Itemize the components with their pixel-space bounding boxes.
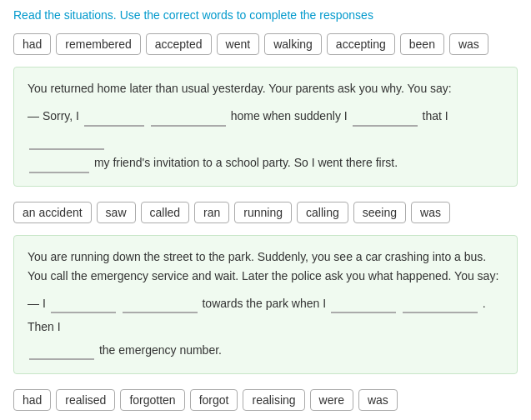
chip-realising[interactable]: realising — [243, 389, 304, 411]
blank-2-5[interactable] — [29, 342, 94, 360]
chip-accepted[interactable]: accepted — [146, 33, 212, 55]
blank-2-3[interactable] — [331, 295, 396, 313]
chip-walking[interactable]: walking — [264, 33, 322, 55]
blank-1-2[interactable] — [151, 108, 226, 127]
chip-running[interactable]: running — [234, 202, 292, 223]
chip-forgotten[interactable]: forgotten — [120, 389, 184, 411]
chip-forgot[interactable]: forgot — [190, 389, 238, 411]
resp1-part2: home when suddenly I — [231, 109, 348, 122]
blank-2-4[interactable] — [403, 295, 478, 313]
chip-remembered[interactable]: remembered — [56, 33, 140, 55]
chip-been[interactable]: been — [400, 33, 444, 55]
word-bank-2: an accident saw called ran running calli… — [13, 202, 518, 223]
resp2-part2: towards the park when I — [202, 297, 326, 310]
chip-saw[interactable]: saw — [97, 202, 136, 223]
scenario-2-response: — I towards the park when I . Then I the… — [28, 292, 503, 362]
chip-accepting[interactable]: accepting — [327, 33, 395, 55]
blank-2-1[interactable] — [51, 295, 116, 313]
resp1-part4: my friend's invitation to a school party… — [94, 156, 398, 169]
chip-was-3[interactable]: was — [358, 389, 398, 411]
scenario-2-context: You are running down the street to the p… — [28, 248, 503, 285]
scenario-1-context: You returned home later than usual yeste… — [28, 79, 503, 98]
chip-an-accident[interactable]: an accident — [13, 202, 92, 223]
scenario-1-response: — Sorry, I home when suddenly I that I m… — [28, 104, 503, 174]
chip-called[interactable]: called — [141, 202, 190, 223]
chip-ran[interactable]: ran — [194, 202, 229, 223]
chip-was-1[interactable]: was — [449, 33, 488, 55]
scenario-box-1: You returned home later than usual yeste… — [13, 67, 518, 187]
word-bank-3: had realised forgotten forgot realising … — [13, 389, 518, 411]
scenario-box-2: You are running down the street to the p… — [13, 235, 518, 374]
resp1-part3: that I — [423, 109, 448, 122]
chip-seeing[interactable]: seeing — [353, 202, 406, 223]
chip-had-3[interactable]: had — [13, 389, 51, 411]
chip-was-2[interactable]: was — [411, 202, 450, 223]
blank-2-2[interactable] — [123, 295, 198, 313]
chip-were[interactable]: were — [310, 389, 353, 411]
instruction-text: Read the situations. Use the correct wor… — [13, 8, 518, 22]
blank-1-5[interactable] — [29, 155, 89, 173]
chip-calling[interactable]: calling — [297, 202, 348, 223]
chip-realised[interactable]: realised — [56, 389, 115, 411]
resp2-part4: the emergency number. — [99, 343, 222, 357]
chip-went[interactable]: went — [217, 33, 260, 55]
blank-1-1[interactable] — [84, 108, 144, 127]
resp1-part1: — Sorry, I — [28, 109, 79, 122]
chip-had-1[interactable]: had — [13, 33, 51, 55]
word-bank-1: had remembered accepted went walking acc… — [13, 33, 518, 55]
resp2-part1: — I — [28, 297, 46, 310]
blank-1-4[interactable] — [29, 132, 104, 150]
blank-1-3[interactable] — [353, 108, 418, 127]
